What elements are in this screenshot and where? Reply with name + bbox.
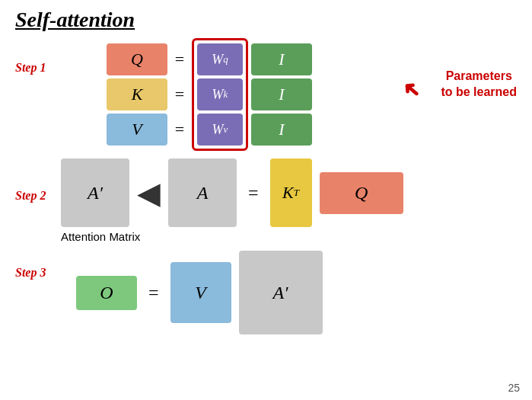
q2-block: Q xyxy=(320,172,403,214)
v3-block: V xyxy=(170,262,231,323)
step2-label-col: Step 2 xyxy=(15,158,61,207)
i-block-2: I xyxy=(251,78,312,110)
step1-content: Q K V = = = Wq Wk xyxy=(107,38,312,151)
a-prime3-block: A′ xyxy=(239,251,323,334)
a-prime-block: A′ xyxy=(61,158,129,227)
wk-block: Wk xyxy=(197,78,243,110)
step1-label: Step 1 xyxy=(15,61,107,75)
step3-label: Step 3 xyxy=(15,266,76,280)
wv-block: Wv xyxy=(197,114,243,146)
equals-col: = = = xyxy=(174,43,186,146)
page-number: 25 xyxy=(508,382,520,394)
params-label: Parameters to be learned ➜ xyxy=(441,69,517,101)
wq-block: Wq xyxy=(197,43,243,75)
i-block-1: I xyxy=(251,43,312,75)
v-block: V xyxy=(107,114,167,146)
i-column: I I I xyxy=(251,43,312,146)
step3-content: O = V A′ xyxy=(76,251,323,334)
step2-label: Step 2 xyxy=(15,189,61,203)
attention-matrix-label: Attention Matrix xyxy=(61,230,517,243)
i-block-3: I xyxy=(251,114,312,146)
w-matrices-group: Wq Wk Wv xyxy=(192,38,248,151)
step2-section: Step 2 A′ ◀ A = KT Q xyxy=(15,158,517,227)
a-block: A xyxy=(168,158,237,227)
step2-content: A′ ◀ A = KT Q xyxy=(61,158,403,227)
step3-section: Step 3 O = V A′ xyxy=(15,251,517,334)
k-block: K xyxy=(107,78,167,110)
kt-block: KT xyxy=(270,158,312,227)
step3-label-col: Step 3 xyxy=(15,251,76,284)
eq2: = xyxy=(248,183,259,203)
page-container: Self-attention Step 1 Q K V = = xyxy=(0,0,532,400)
q-block: Q xyxy=(107,43,167,75)
left-arrow-icon: ◀ xyxy=(137,175,161,211)
qkv-column: Q K V xyxy=(107,43,167,146)
eq3: = xyxy=(148,283,159,303)
page-title: Self-attention xyxy=(15,8,517,32)
o-block: O xyxy=(76,276,137,310)
step1-label-col: Step 1 xyxy=(15,38,107,79)
